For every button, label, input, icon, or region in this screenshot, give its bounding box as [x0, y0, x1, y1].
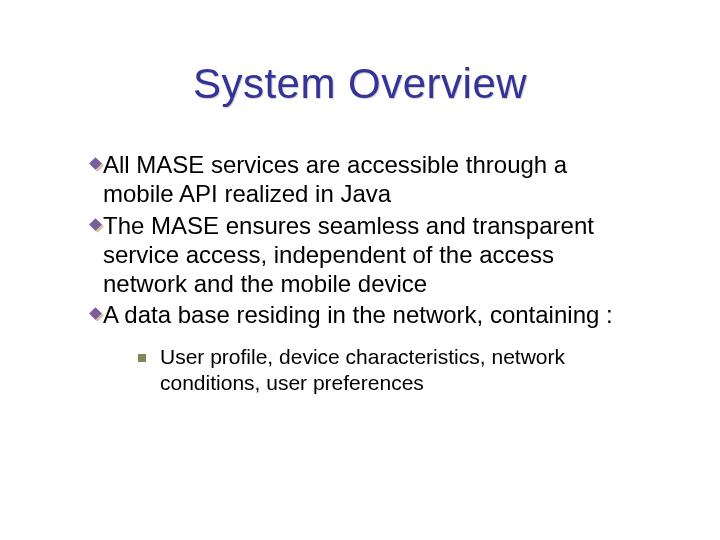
sub-bullet-item: User profile, device characteristics, ne… [138, 344, 642, 397]
bullet-text: All MASE services are accessible through… [103, 150, 642, 209]
diamond-bullet-icon [92, 310, 103, 321]
bullet-item: All MASE services are accessible through… [92, 150, 642, 209]
slide-body: All MASE services are accessible through… [92, 150, 642, 396]
slide: System Overview All MASE services are ac… [0, 0, 720, 540]
slide-title: System Overview [0, 60, 720, 108]
bullet-item: The MASE ensures seamless and transparen… [92, 211, 642, 299]
bullet-text: The MASE ensures seamless and transparen… [103, 211, 642, 299]
sub-bullet-text: User profile, device characteristics, ne… [160, 344, 630, 397]
bullet-text: A data base residing in the network, con… [103, 300, 613, 329]
diamond-bullet-icon [92, 160, 103, 171]
diamond-bullet-icon [92, 221, 103, 232]
square-bullet-icon [138, 354, 146, 362]
sub-bullet-list: User profile, device characteristics, ne… [138, 344, 642, 397]
bullet-item: A data base residing in the network, con… [92, 300, 642, 329]
